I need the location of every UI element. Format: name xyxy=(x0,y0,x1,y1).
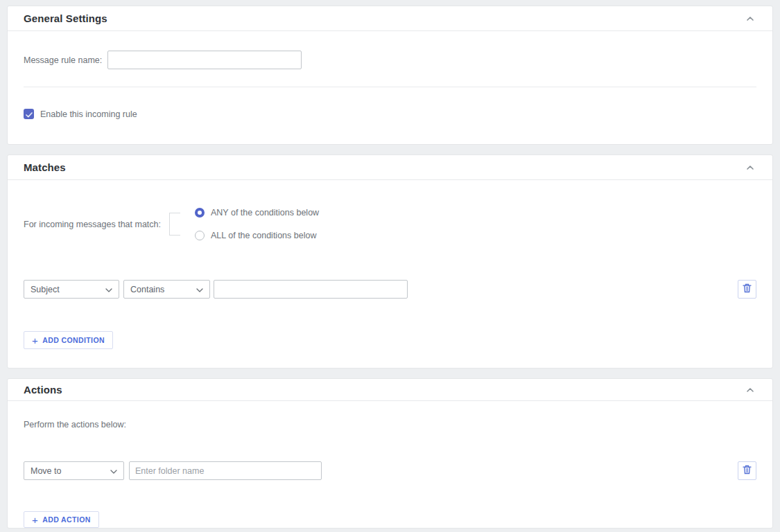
section-title: Actions xyxy=(24,384,62,396)
rule-name-input[interactable] xyxy=(107,51,302,69)
general-settings-header: General Settings xyxy=(8,6,772,31)
action-row: Move to xyxy=(24,461,756,480)
enable-rule-label: Enable this incoming rule xyxy=(40,109,137,119)
enable-rule-row: Enable this incoming rule xyxy=(24,109,756,119)
actions-header: Actions xyxy=(8,379,772,401)
action-type-select[interactable]: Move to xyxy=(24,461,124,480)
condition-operator-select[interactable]: Contains xyxy=(123,280,210,299)
condition-field-select[interactable]: Subject xyxy=(24,280,119,299)
match-type-group: For incoming messages that match: ANY of… xyxy=(24,208,756,240)
rule-name-row: Message rule name: xyxy=(24,51,756,69)
radio-any-conditions[interactable]: ANY of the conditions below xyxy=(195,208,319,218)
chevron-down-icon xyxy=(110,466,117,476)
chevron-up-icon xyxy=(746,384,754,395)
bracket-connector xyxy=(169,213,180,236)
delete-action-button[interactable] xyxy=(738,461,756,480)
chevron-up-icon xyxy=(746,13,754,24)
action-type-value: Move to xyxy=(31,466,61,476)
divider xyxy=(24,87,756,87)
radio-all-label: ALL of the conditions below xyxy=(211,231,316,240)
match-type-options: ANY of the conditions below ALL of the c… xyxy=(195,208,319,240)
actions-intro-label: Perform the actions below: xyxy=(24,420,756,429)
plus-icon: + xyxy=(32,515,38,525)
collapse-actions-button[interactable] xyxy=(744,384,756,396)
add-condition-label: ADD CONDITION xyxy=(42,336,105,344)
actions-card: Actions Perform the actions below: Move … xyxy=(7,378,773,529)
folder-name-input[interactable] xyxy=(129,461,322,480)
section-title: Matches xyxy=(24,161,66,173)
condition-row: Subject Contains xyxy=(24,280,756,299)
plus-icon: + xyxy=(32,335,38,346)
condition-operator-value: Contains xyxy=(130,285,164,294)
chevron-down-icon xyxy=(105,285,112,294)
chevron-up-icon xyxy=(746,162,754,172)
match-intro-label: For incoming messages that match: xyxy=(24,220,161,229)
general-settings-card: General Settings Message rule name: Enab… xyxy=(7,6,773,145)
collapse-general-button[interactable] xyxy=(744,12,756,25)
condition-field-value: Subject xyxy=(31,285,60,294)
matches-card: Matches For incoming messages that match… xyxy=(7,154,773,369)
trash-icon xyxy=(743,283,752,295)
trash-icon xyxy=(743,465,752,477)
check-icon xyxy=(26,108,33,121)
radio-all-conditions[interactable]: ALL of the conditions below xyxy=(195,231,319,240)
add-action-button[interactable]: + ADD ACTION xyxy=(24,511,99,528)
add-condition-button[interactable]: + ADD CONDITION xyxy=(24,331,113,349)
radio-any-label: ANY of the conditions below xyxy=(211,208,319,218)
add-action-label: ADD ACTION xyxy=(42,515,91,524)
collapse-matches-button[interactable] xyxy=(744,161,756,174)
delete-condition-button[interactable] xyxy=(738,280,756,299)
section-title: General Settings xyxy=(24,12,107,24)
rule-editor-page: General Settings Message rule name: Enab… xyxy=(0,0,780,532)
condition-value-input[interactable] xyxy=(214,280,408,299)
chevron-down-icon xyxy=(196,285,203,294)
matches-header: Matches xyxy=(8,155,772,180)
rule-name-label: Message rule name: xyxy=(24,55,102,65)
enable-rule-checkbox[interactable] xyxy=(24,109,34,119)
radio-selected-icon xyxy=(195,208,205,218)
radio-unselected-icon xyxy=(195,231,205,240)
